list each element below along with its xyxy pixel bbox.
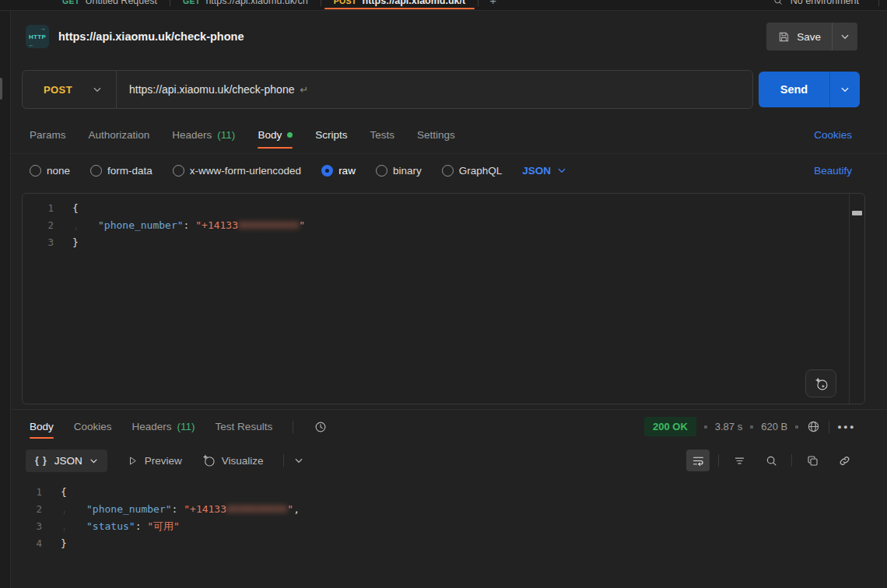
topbar-divider [878,0,879,6]
copy-icon [806,454,819,467]
postbot-beautify-button[interactable] [805,369,836,397]
new-tab-button[interactable]: + [479,0,507,7]
response-headers-count-badge: (11) [177,421,195,432]
url-bar: POST https://api.xiaomu.uk/check-phone ↵… [11,62,887,117]
response-body-viewer[interactable]: 1 { 2 "phone_number": "+141330000000000"… [11,478,887,588]
tab-headers[interactable]: Headers (11) [172,117,235,153]
sidebar-drag-handle[interactable] [0,78,2,100]
cookies-link[interactable]: Cookies [814,129,852,141]
search-icon [765,454,778,467]
response-format-dropdown[interactable]: { } JSON [26,450,107,472]
globe-icon [806,419,821,434]
save-options-button[interactable] [833,23,857,51]
app-window: GET Untitled Request GET https://api.xia… [0,0,887,588]
chevron-down-icon [840,32,850,41]
mode-urlencoded[interactable]: x-www-form-urlencoded [173,165,301,177]
mode-form-data[interactable]: form-data [90,165,153,177]
separator-dot [704,425,707,429]
mode-none[interactable]: none [30,165,70,177]
language-dropdown[interactable]: JSON [522,165,566,177]
headers-count-badge: (11) [217,129,235,141]
send-options-button[interactable] [830,72,860,107]
request-tab-1[interactable]: GET Untitled Request [50,0,170,11]
history-clock-icon [314,420,328,434]
response-size[interactable]: 620 B [761,421,787,432]
line-number: 2 [23,217,72,234]
tab-tests[interactable]: Tests [370,117,394,153]
url-input[interactable]: https://api.xiaomu.uk/check-phone [117,83,294,96]
share-link-button[interactable] [833,450,856,471]
response-tab-body-active[interactable]: Body [30,410,54,443]
collapsed-sidebar-strip[interactable] [0,11,11,588]
more-options-button[interactable]: ●●● [837,423,856,431]
request-title: https://api.xiaomu.uk/check-phone [58,30,244,43]
mode-graphql[interactable]: GraphQL [442,165,503,177]
code-line: 3 } [23,234,864,251]
radio-binary[interactable] [376,165,387,177]
tab-method-badge: POST [334,0,357,5]
mode-raw-selected[interactable]: raw [321,165,356,177]
tab-params[interactable]: Params [30,117,66,153]
sparkle-wand-icon [814,376,829,391]
response-tab-cookies[interactable]: Cookies [74,410,112,443]
search-response-button[interactable] [759,450,783,471]
visualize-options-button[interactable] [294,456,303,465]
code-line: 2 "phone_number": "+141330000000000", [11,501,887,518]
redacted-phone-digits: 0000000000 [226,503,287,515]
response-time[interactable]: 3.87 s [715,421,742,432]
tab-authorization[interactable]: Authorization [89,117,150,153]
http-request-icon: HTTP [26,25,49,48]
wrap-text-icon [692,454,705,467]
response-tab-test-results[interactable]: Test Results [216,410,273,443]
line-number: 3 [23,234,72,251]
request-body-editor[interactable]: 1 { 2 "phone_number": "+141330000000000"… [22,193,865,404]
response-history-button[interactable] [314,420,328,434]
radio-form-data[interactable] [90,165,102,177]
radio-raw-selected[interactable] [321,165,333,177]
save-button[interactable]: Save [766,23,832,51]
environment-selector[interactable]: No environment [791,0,859,6]
scrollbar-thumb[interactable] [852,211,862,215]
chevron-down-icon [840,85,850,94]
request-tab-3-active[interactable]: POST https://api.xiaomu.uk/t [321,0,478,11]
response-toolbar: { } JSON Preview Visualize [11,443,887,478]
mode-binary[interactable]: binary [376,165,422,177]
request-tabs: Params Authorization Headers (11) Body S… [11,117,887,154]
tab-method-badge: GET [183,0,201,5]
divider [829,421,829,433]
method-dropdown[interactable]: POST [23,71,116,108]
editor-scrollbar[interactable] [849,194,864,404]
word-wrap-button[interactable] [686,450,710,471]
play-icon [127,455,138,467]
tab-scripts[interactable]: Scripts [315,117,347,153]
radio-none[interactable] [30,165,41,177]
chevron-down-icon [93,85,102,94]
clean-format-button[interactable] [727,450,751,471]
send-button[interactable]: Send [759,72,829,107]
separator-dot [750,425,753,429]
body-has-content-dot [287,132,293,138]
tab-settings[interactable]: Settings [417,117,455,153]
line-number: 2 [11,501,61,518]
floppy-disk-icon [777,30,791,44]
visualize-button[interactable]: Visualize [202,453,264,467]
line-number: 1 [11,484,61,501]
response-tab-headers[interactable]: Headers (11) [132,410,195,443]
code-line: 3 "status": "可用" [11,518,887,535]
preview-button[interactable]: Preview [127,455,182,467]
status-badge[interactable]: 200 OK [644,417,696,436]
radio-urlencoded[interactable] [173,165,184,177]
network-info-button[interactable] [806,419,821,434]
beautify-link[interactable]: Beautify [814,165,852,177]
chevron-down-icon [89,457,98,465]
tab-label: https://api.xiaomu.uk/t [363,0,466,6]
chevron-down-icon [557,166,566,175]
tab-body-active[interactable]: Body [258,117,293,153]
braces-icon: { } [35,455,47,466]
response-header: Body Cookies Headers (11) Test Results 2… [11,409,887,443]
environment-search-icon[interactable] [773,0,784,6]
request-tab-2[interactable]: GET https://api.xiaomu.uk/ch [170,0,321,11]
copy-response-button[interactable] [801,450,824,471]
divider [718,454,719,467]
radio-graphql[interactable] [442,165,454,177]
